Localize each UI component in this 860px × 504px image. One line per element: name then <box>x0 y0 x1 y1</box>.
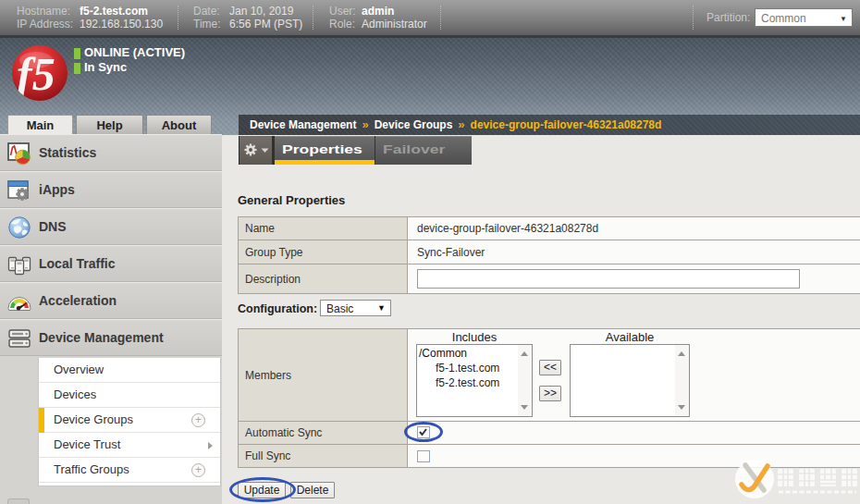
svg-text:f5: f5 <box>17 48 55 100</box>
